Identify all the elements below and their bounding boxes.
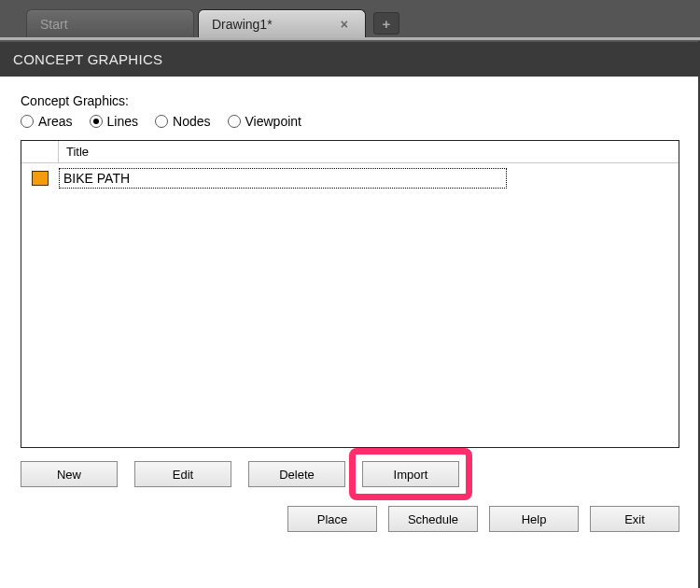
button-label: Delete — [279, 468, 315, 482]
delete-button[interactable]: Delete — [248, 461, 345, 487]
radio-label: Lines — [107, 114, 138, 129]
radio-areas[interactable]: Areas — [21, 114, 73, 129]
graphics-listbox[interactable]: Title BIKE PATH — [21, 140, 679, 448]
column-title-label: Title — [66, 145, 89, 159]
swatch-cell — [21, 171, 59, 186]
radio-label: Areas — [38, 114, 73, 129]
button-label: Edit — [173, 468, 193, 482]
crud-button-row: New Edit Delete Import — [21, 461, 679, 487]
radio-dot-icon — [93, 119, 99, 124]
radio-viewpoint[interactable]: Viewpoint — [228, 114, 301, 129]
place-button[interactable]: Place — [287, 506, 377, 532]
help-button[interactable]: Help — [489, 506, 579, 532]
radio-icon — [21, 115, 34, 128]
schedule-button[interactable]: Schedule — [388, 506, 478, 532]
button-label: Schedule — [408, 512, 458, 526]
listbox-header: Title — [21, 141, 679, 163]
exit-button[interactable]: Exit — [590, 506, 679, 532]
column-title[interactable]: Title — [59, 141, 679, 163]
radio-icon — [90, 115, 103, 128]
edit-button[interactable]: Edit — [134, 461, 231, 487]
title-value: BIKE PATH — [63, 171, 130, 186]
new-tab-button[interactable]: + — [373, 12, 399, 35]
plus-icon: + — [383, 16, 391, 32]
title-input[interactable]: BIKE PATH — [59, 168, 507, 189]
radio-nodes[interactable]: Nodes — [155, 114, 210, 129]
column-swatch[interactable] — [21, 141, 59, 163]
tab-bar: Start Drawing1* × + — [0, 0, 700, 37]
title-cell: BIKE PATH — [59, 168, 507, 189]
import-button[interactable]: Import — [362, 461, 459, 487]
radio-icon — [228, 115, 241, 128]
action-button-row: Place Schedule Help Exit — [21, 506, 679, 532]
color-swatch[interactable] — [32, 171, 49, 186]
panel-title-text: CONCEPT GRAPHICS — [13, 51, 162, 67]
group-label: Concept Graphics: — [21, 93, 679, 108]
close-icon[interactable]: × — [337, 17, 352, 32]
new-button[interactable]: New — [21, 461, 118, 487]
import-button-wrap: Import — [362, 461, 459, 487]
button-label: New — [57, 468, 81, 482]
listbox-body: BIKE PATH — [21, 163, 679, 189]
button-label: Import — [394, 468, 428, 482]
button-label: Help — [522, 512, 547, 526]
panel-title: CONCEPT GRAPHICS — [0, 41, 700, 77]
radio-label: Viewpoint — [245, 114, 301, 129]
radio-lines[interactable]: Lines — [90, 114, 138, 129]
panel-body: Concept Graphics: Areas Lines Nodes View… — [0, 77, 700, 541]
tab-label: Drawing1* — [212, 17, 273, 32]
tab-drawing[interactable]: Drawing1* × — [198, 9, 366, 37]
button-label: Place — [317, 512, 348, 526]
list-item[interactable]: BIKE PATH — [21, 167, 679, 189]
radio-label: Nodes — [173, 114, 210, 129]
radio-group: Areas Lines Nodes Viewpoint — [21, 114, 679, 129]
radio-icon — [155, 115, 168, 128]
tab-start[interactable]: Start — [26, 9, 194, 37]
button-label: Exit — [624, 512, 645, 526]
tab-label: Start — [40, 17, 68, 32]
